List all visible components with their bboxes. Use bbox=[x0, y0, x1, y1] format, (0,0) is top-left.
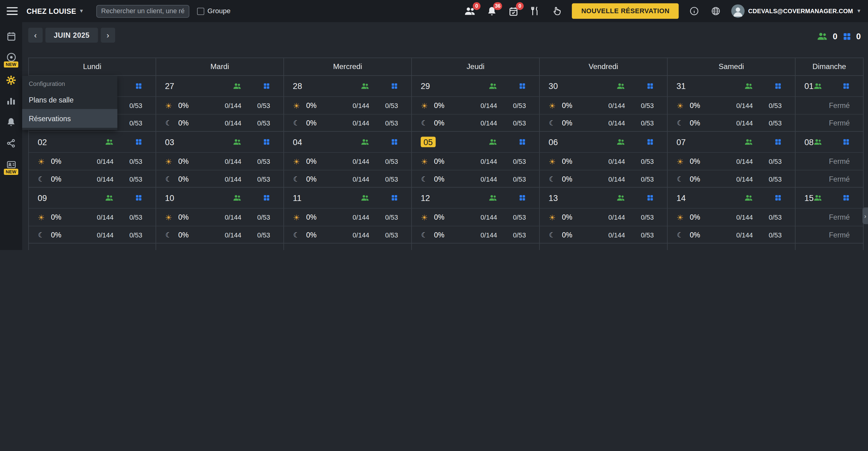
table-plan-button[interactable] bbox=[529, 5, 541, 17]
day-cell[interactable]: 27☀0%0/1440/53☾0%0/1440/53 bbox=[156, 76, 284, 132]
sidebar-item-calendar[interactable] bbox=[0, 29, 22, 43]
day-cell[interactable]: 19☀0%0/1440/53☾0%0/1440/53 bbox=[412, 244, 540, 250]
chevron-down-icon: ▼ bbox=[79, 8, 84, 14]
day-cell[interactable]: 20☀0%0/1440/53☾0%0/1440/53 bbox=[540, 244, 668, 250]
next-month-button[interactable]: › bbox=[101, 28, 115, 43]
hamburger-menu-icon[interactable] bbox=[7, 7, 18, 15]
day-cell-header: 21 bbox=[668, 244, 795, 250]
occupancy-percent: 0% bbox=[178, 213, 189, 221]
sun-icon: ☀ bbox=[420, 213, 429, 222]
info-button[interactable] bbox=[688, 5, 701, 17]
restaurant-selector[interactable]: CHEZ LOUISE ▼ bbox=[27, 7, 84, 15]
tables-grid-icon bbox=[504, 138, 526, 146]
tables-count: 0/53 bbox=[504, 231, 526, 239]
tables-count: 0/53 bbox=[120, 119, 142, 127]
lunch-service-row: ☀0%0/1440/53 bbox=[412, 208, 539, 226]
closed-label: Fermé bbox=[829, 101, 850, 109]
day-cell[interactable]: 17☀0%0/1440/53☾0%0/1440/53 bbox=[156, 244, 284, 250]
current-month-button[interactable]: JUIN 2025 bbox=[45, 28, 98, 43]
group-checkbox-label[interactable]: Groupe bbox=[208, 7, 230, 15]
tables-count: 0/53 bbox=[760, 213, 782, 221]
covers-count: 0/144 bbox=[353, 231, 369, 239]
day-cell[interactable]: 10☀0%0/1440/53☾0%0/1440/53 bbox=[156, 188, 284, 243]
day-cell[interactable]: 08FerméFermé bbox=[796, 132, 864, 188]
moon-icon: ☾ bbox=[164, 119, 174, 127]
day-cell[interactable]: 04☀0%0/1440/53☾0%0/1440/53 bbox=[284, 132, 412, 188]
covers-count: 0/144 bbox=[480, 102, 497, 109]
occupancy-percent: 0% bbox=[178, 231, 189, 239]
day-cell-header: 22 bbox=[796, 244, 863, 250]
day-cell[interactable]: 03☀0%0/1440/53☾0%0/1440/53 bbox=[156, 132, 284, 188]
day-cell-header: 29 bbox=[412, 76, 539, 96]
day-cell-header: 08 bbox=[796, 132, 863, 152]
menu-item-reservations[interactable]: Réservations bbox=[22, 109, 117, 128]
day-cell[interactable]: 12☀0%0/1440/53☾0%0/1440/53 bbox=[412, 188, 540, 243]
hand-pointer-icon bbox=[552, 6, 561, 16]
day-cell[interactable]: 31☀0%0/1440/53☾0%0/1440/53 bbox=[668, 76, 796, 132]
walkin-button[interactable] bbox=[550, 5, 563, 17]
configuration-menu-title: Configuration bbox=[22, 76, 117, 90]
day-cell[interactable]: 13☀0%0/1440/53☾0%0/1440/53 bbox=[540, 188, 668, 243]
reservation-requests-button[interactable]: 0 bbox=[507, 5, 519, 17]
day-cell[interactable]: 16☀0%0/1440/53☾0%0/1440/53 bbox=[29, 244, 156, 250]
covers-count: 0/144 bbox=[97, 213, 114, 221]
day-cell[interactable]: 22FerméFermé bbox=[796, 244, 864, 250]
moon-icon: ☾ bbox=[164, 175, 174, 183]
covers-people-icon bbox=[814, 138, 822, 146]
sidebar-item-statistics[interactable] bbox=[0, 94, 22, 108]
menu-item-plans-de-salle[interactable]: Plans de salle bbox=[22, 90, 117, 109]
previous-month-button[interactable]: ‹ bbox=[28, 28, 43, 43]
day-cell[interactable]: 21☀0%0/1440/53☾0%0/1440/53 bbox=[668, 244, 796, 250]
day-cell[interactable]: 14☀0%0/1440/53☾0%0/1440/53 bbox=[668, 188, 796, 243]
occupancy-percent: 0% bbox=[434, 231, 444, 239]
dinner-service-row: ☾0%0/1440/53 bbox=[29, 170, 156, 188]
day-cell[interactable]: 05☀0%0/1440/53☾0%0/1440/53 bbox=[412, 132, 540, 188]
covers-count: 0/144 bbox=[608, 157, 625, 165]
sidebar-item-integrations[interactable] bbox=[0, 136, 22, 151]
day-cell[interactable]: 30☀0%0/1440/53☾0%0/1440/53 bbox=[540, 76, 668, 132]
tables-count: 0/53 bbox=[248, 119, 270, 127]
notifications-button[interactable]: 36 bbox=[486, 5, 498, 17]
day-cell[interactable]: 09☀0%0/1440/53☾0%0/1440/53 bbox=[29, 188, 156, 243]
day-cell[interactable]: 06☀0%0/1440/53☾0%0/1440/53 bbox=[540, 132, 668, 188]
sidebar-item-configuration[interactable] bbox=[0, 73, 22, 88]
day-cell[interactable]: 01FerméFermé bbox=[796, 76, 864, 132]
day-cell[interactable]: 18☀0%0/1440/53☾0%0/1440/53 bbox=[284, 244, 412, 250]
day-number: 30 bbox=[549, 81, 558, 91]
tables-count: 0/53 bbox=[632, 175, 654, 183]
occupancy-percent: 0% bbox=[51, 213, 61, 221]
new-reservation-button[interactable]: NOUVELLE RÉSERVATION bbox=[572, 3, 679, 19]
day-cell-header: 13 bbox=[540, 188, 667, 208]
tables-count: 0/53 bbox=[760, 119, 782, 127]
day-cell[interactable]: 15FerméFermé bbox=[796, 188, 864, 243]
covers-people-icon bbox=[745, 250, 753, 250]
day-cell-header: 05 bbox=[412, 132, 539, 152]
info-icon bbox=[689, 6, 699, 16]
account-menu[interactable]: CDEVALS@COVERMANAGER.COM ▼ bbox=[732, 4, 861, 18]
occupancy-percent: 0% bbox=[434, 119, 444, 127]
day-cell[interactable]: 07☀0%0/1440/53☾0%0/1440/53 bbox=[668, 132, 796, 188]
covers-count: 0/144 bbox=[480, 231, 497, 239]
day-cell[interactable]: 29☀0%0/1440/53☾0%0/1440/53 bbox=[412, 76, 540, 132]
occupancy-percent: 0% bbox=[562, 119, 572, 127]
tables-count: 0/53 bbox=[760, 157, 782, 165]
day-cell[interactable]: 11☀0%0/1440/53☾0%0/1440/53 bbox=[284, 188, 412, 243]
waitlist-button[interactable]: 0 bbox=[464, 5, 476, 17]
day-number: 08 bbox=[804, 137, 814, 147]
closed-label: Fermé bbox=[829, 175, 850, 183]
covers-people-icon bbox=[361, 194, 369, 202]
search-input[interactable] bbox=[96, 5, 189, 17]
calendar-icon bbox=[6, 31, 16, 41]
language-button[interactable] bbox=[710, 5, 722, 17]
day-cell[interactable]: 28☀0%0/1440/53☾0%0/1440/53 bbox=[284, 76, 412, 132]
lunch-service-row: ☀0%0/1440/53 bbox=[284, 152, 411, 170]
group-checkbox[interactable] bbox=[197, 7, 204, 14]
panel-expand-handle[interactable]: › bbox=[863, 207, 868, 224]
sidebar-item-alerts[interactable] bbox=[0, 115, 22, 129]
day-cell[interactable]: 02☀0%0/1440/53☾0%0/1440/53 bbox=[29, 132, 156, 188]
occupancy-percent: 0% bbox=[690, 157, 700, 165]
day-cell-header: 04 bbox=[284, 132, 411, 152]
sun-icon: ☀ bbox=[36, 213, 46, 222]
lunch-service-row: ☀0%0/1440/53 bbox=[156, 152, 284, 170]
day-header: Lundi bbox=[29, 58, 156, 76]
